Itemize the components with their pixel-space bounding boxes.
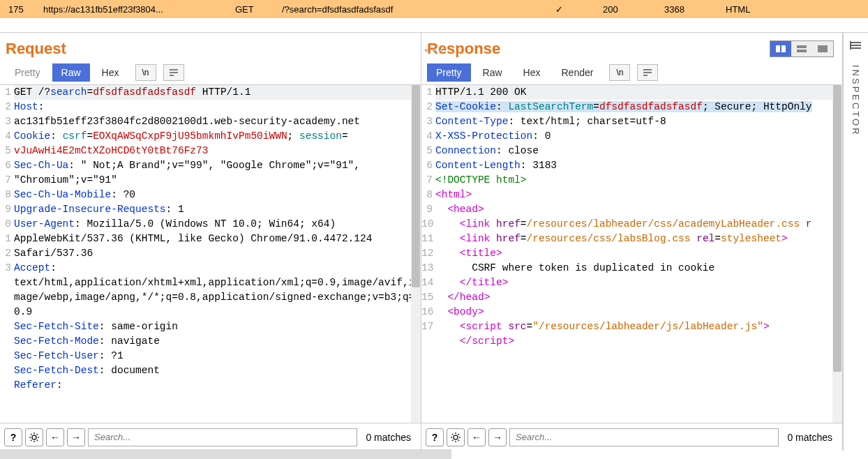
help-icon: ? — [10, 432, 17, 443]
inspector-label: INSPECTOR — [851, 65, 861, 137]
col-status: 200 — [597, 4, 659, 15]
horizontal-scrollbar[interactable] — [0, 449, 451, 459]
help-button[interactable]: ? — [4, 428, 22, 446]
tab-raw[interactable]: Raw — [474, 63, 511, 82]
svg-point-6 — [454, 435, 458, 439]
col-path: /?search=dfsdfasdfadsfasdf — [276, 4, 521, 15]
col-url: https://ac131fb51eff23f3804... — [38, 4, 230, 15]
settings-button[interactable] — [447, 428, 465, 446]
tab-pretty[interactable]: Pretty — [427, 63, 471, 82]
wrap-icon — [643, 68, 652, 77]
settings-button[interactable] — [25, 428, 43, 446]
single-icon — [817, 45, 828, 53]
svg-rect-3 — [797, 45, 807, 48]
request-footer: ? ← → 0 matches — [0, 423, 421, 451]
col-edited: ✓ — [521, 4, 597, 15]
layout-stack-button[interactable] — [791, 41, 812, 57]
drag-handle-icon[interactable]: ● ● ● — [424, 46, 444, 54]
col-type: HTML — [720, 4, 781, 15]
layout-single-button[interactable] — [812, 41, 833, 57]
next-button[interactable]: → — [67, 428, 85, 446]
scrollbar[interactable] — [832, 85, 842, 423]
tab-pretty[interactable]: Pretty — [6, 63, 50, 82]
gear-icon — [29, 432, 40, 443]
columns-icon — [775, 45, 786, 53]
response-footer: ? ← → 0 matches — [421, 423, 842, 451]
prev-button[interactable]: ← — [46, 428, 64, 446]
help-button[interactable]: ? — [426, 428, 444, 446]
arrow-right-icon: → — [71, 432, 81, 443]
scrollbar[interactable] — [411, 85, 421, 423]
response-pane: Response Pretty Raw Hex Render \n — [421, 33, 843, 451]
request-tabs: Pretty Raw Hex \n — [0, 61, 421, 85]
svg-rect-1 — [776, 45, 780, 52]
search-input[interactable] — [88, 428, 357, 446]
col-method: GET — [230, 4, 276, 15]
help-icon: ? — [432, 432, 438, 443]
tab-render[interactable]: Render — [553, 63, 603, 82]
prev-button[interactable]: ← — [467, 428, 486, 446]
tab-raw[interactable]: Raw — [52, 63, 90, 82]
search-input[interactable] — [509, 428, 779, 446]
request-pane: Request Pretty Raw Hex \n 1234567890123 … — [0, 33, 421, 451]
wrap-button[interactable] — [637, 64, 658, 81]
inspector-toggle-icon[interactable] — [848, 37, 865, 54]
inspector-panel[interactable]: INSPECTOR — [843, 33, 868, 451]
wrap-button[interactable] — [163, 64, 184, 81]
proxy-history-row[interactable]: 175 https://ac131fb51eff23f3804... GET /… — [0, 0, 868, 18]
svg-rect-2 — [781, 45, 786, 52]
col-size: 3368 — [659, 4, 720, 15]
request-editor[interactable]: 1234567890123 GET /?search=dfsdfasdfadsf… — [0, 85, 421, 423]
arrow-left-icon: ← — [50, 432, 60, 443]
wrap-icon — [169, 68, 179, 77]
main-split: Request Pretty Raw Hex \n 1234567890123 … — [0, 32, 868, 451]
arrow-right-icon: → — [493, 432, 502, 443]
layout-split-button[interactable] — [770, 41, 791, 57]
request-title: Request — [6, 40, 66, 58]
tab-hex[interactable]: Hex — [514, 63, 550, 82]
col-id: 175 — [3, 4, 38, 15]
response-tabs: Pretty Raw Hex Render \n — [421, 61, 842, 85]
layout-toggle — [770, 40, 834, 57]
svg-rect-5 — [818, 45, 828, 52]
rows-icon — [796, 45, 807, 53]
svg-rect-4 — [797, 50, 807, 52]
next-button[interactable]: → — [488, 428, 507, 446]
match-count: 0 matches — [360, 432, 417, 443]
arrow-left-icon: ← — [472, 432, 481, 443]
svg-point-0 — [32, 435, 36, 439]
response-editor[interactable]: 1234567891011121314151617 HTTP/1.1 200 O… — [421, 85, 842, 423]
tab-hex[interactable]: Hex — [93, 63, 128, 82]
gear-icon — [450, 432, 461, 443]
newline-button[interactable]: \n — [135, 64, 156, 81]
match-count: 0 matches — [781, 432, 838, 443]
newline-button[interactable]: \n — [609, 64, 630, 81]
